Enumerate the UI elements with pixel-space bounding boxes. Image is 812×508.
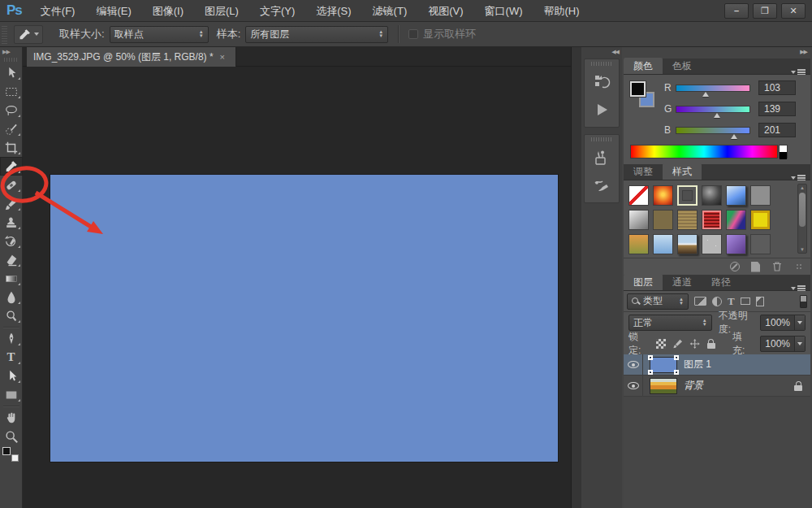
restore-button[interactable]: ❐ <box>753 3 777 19</box>
fill-field[interactable]: 100% <box>760 336 806 352</box>
collapse-dock-icon[interactable]: ▶▶ <box>622 47 812 58</box>
sample-layers-select[interactable]: 所有图层 ▲▼ <box>245 26 388 43</box>
tool-quick-selection[interactable] <box>0 119 23 138</box>
tool-zoom[interactable] <box>0 427 23 445</box>
close-tab-icon[interactable]: × <box>220 52 225 62</box>
style-swatch[interactable] <box>653 210 673 230</box>
document-tab[interactable]: IMG_3529.JPG @ 50% (图层 1, RGB/8) * × <box>27 47 236 67</box>
close-button[interactable]: ✕ <box>781 3 806 19</box>
panel-menu-icon[interactable] <box>791 287 810 290</box>
lock-all-icon[interactable] <box>707 339 715 349</box>
style-swatch-none[interactable] <box>628 185 649 206</box>
scroll-down-icon[interactable]: ▼ <box>800 246 805 253</box>
style-swatch[interactable] <box>726 210 746 230</box>
foreground-background-swatches[interactable] <box>2 447 20 462</box>
tool-healing-brush[interactable] <box>0 176 23 194</box>
menu-window[interactable]: 窗口(W) <box>474 0 533 22</box>
filter-smart-objects-icon[interactable] <box>756 297 764 306</box>
layer-name[interactable]: 图层 1 <box>684 358 711 371</box>
green-value-field[interactable]: 139 <box>758 102 796 116</box>
style-swatch[interactable] <box>702 210 722 230</box>
tool-blur[interactable] <box>0 288 23 306</box>
tab-layers[interactable]: 图层 <box>624 274 663 290</box>
style-swatch[interactable] <box>702 185 722 206</box>
menu-image[interactable]: 图像(I) <box>142 0 194 22</box>
sample-size-select[interactable]: 取样点 ▲▼ <box>110 26 209 43</box>
dock-divider[interactable] <box>571 47 581 508</box>
collapse-toolbar-icon[interactable]: ▶▶ <box>0 47 22 55</box>
eye-icon[interactable] <box>628 361 639 368</box>
layer-thumbnail[interactable] <box>650 357 677 373</box>
background-color-swatch[interactable] <box>11 454 19 462</box>
menu-filter[interactable]: 滤镜(T) <box>362 0 418 22</box>
tool-lasso[interactable] <box>0 101 23 119</box>
style-swatch[interactable] <box>653 185 673 206</box>
tool-crop[interactable] <box>0 138 23 157</box>
style-swatch[interactable] <box>702 234 722 254</box>
tool-preset-picker[interactable] <box>14 25 43 44</box>
expand-dock-icon[interactable]: ◀◀ <box>581 47 622 55</box>
clone-source-panel-button[interactable] <box>585 172 619 199</box>
filter-adjustment-layers-icon[interactable] <box>712 297 722 306</box>
menu-help[interactable]: 帮助(H) <box>533 0 590 22</box>
style-swatch[interactable] <box>750 234 771 254</box>
scroll-up-icon[interactable]: ▲ <box>800 185 805 191</box>
filter-pixel-layers-icon[interactable] <box>694 297 706 306</box>
tab-swatches[interactable]: 色板 <box>663 58 702 74</box>
tool-dodge[interactable] <box>0 306 23 325</box>
tool-rectangle[interactable] <box>0 385 23 404</box>
eye-icon[interactable] <box>628 382 639 389</box>
tool-hand[interactable] <box>0 408 23 427</box>
layer-row-background[interactable]: 背景 <box>624 376 810 397</box>
red-slider[interactable] <box>676 85 750 92</box>
resize-grip[interactable] <box>796 263 802 270</box>
lock-transparent-pixels-icon[interactable] <box>656 339 666 349</box>
panel-menu-icon[interactable] <box>791 71 810 74</box>
spectrum-white-black-wells[interactable] <box>779 145 788 158</box>
style-swatch[interactable] <box>750 210 771 230</box>
canvas[interactable] <box>50 175 558 462</box>
style-swatch-selected[interactable] <box>677 185 698 206</box>
style-swatch[interactable] <box>628 210 649 230</box>
foreground-color-swatch[interactable] <box>2 447 11 455</box>
slider-thumb[interactable] <box>702 92 709 97</box>
tab-channels[interactable]: 通道 <box>663 274 702 290</box>
style-swatch[interactable] <box>628 234 649 254</box>
clear-style-icon[interactable] <box>730 262 740 271</box>
tool-path-selection[interactable] <box>0 367 23 385</box>
layer-row-layer1[interactable]: 图层 1 <box>624 354 810 376</box>
style-swatch[interactable] <box>750 185 771 206</box>
green-slider[interactable] <box>676 106 750 113</box>
visibility-cell[interactable] <box>624 376 643 396</box>
tool-clone-stamp[interactable] <box>0 213 23 232</box>
slider-thumb[interactable] <box>714 113 720 118</box>
red-value-field[interactable]: 103 <box>758 80 796 95</box>
trash-icon[interactable] <box>771 261 783 272</box>
style-swatch[interactable] <box>653 234 673 254</box>
color-spectrum-ramp[interactable] <box>630 145 778 158</box>
style-swatch[interactable] <box>677 210 698 230</box>
slider-thumb[interactable] <box>731 134 737 139</box>
actions-panel-button[interactable] <box>585 96 619 124</box>
tab-color[interactable]: 颜色 <box>624 58 663 74</box>
style-swatch[interactable] <box>726 234 746 254</box>
filter-on-off-toggle[interactable] <box>800 295 807 308</box>
tool-type[interactable]: T <box>0 348 23 367</box>
tool-gradient[interactable] <box>0 269 23 288</box>
menu-type[interactable]: 文字(Y) <box>249 0 305 22</box>
menu-view[interactable]: 视图(V) <box>417 0 473 22</box>
chevron-down-icon[interactable] <box>794 336 805 351</box>
tool-eraser[interactable] <box>0 250 23 269</box>
filter-type-select[interactable]: 类型 ▲▼ <box>627 293 689 310</box>
filter-shape-layers-icon[interactable] <box>741 297 750 305</box>
chevron-down-icon[interactable] <box>794 315 805 330</box>
tab-paths[interactable]: 路径 <box>702 274 741 290</box>
menu-layer[interactable]: 图层(L) <box>194 0 249 22</box>
style-swatch[interactable] <box>677 234 698 254</box>
blend-mode-select[interactable]: 正常 ▲▼ <box>628 315 712 331</box>
lock-position-icon[interactable] <box>689 338 700 350</box>
menu-select[interactable]: 选择(S) <box>305 0 361 22</box>
lock-image-pixels-icon[interactable] <box>672 338 683 350</box>
foreground-color-swatch[interactable] <box>630 81 646 97</box>
minimize-button[interactable]: – <box>724 3 749 19</box>
